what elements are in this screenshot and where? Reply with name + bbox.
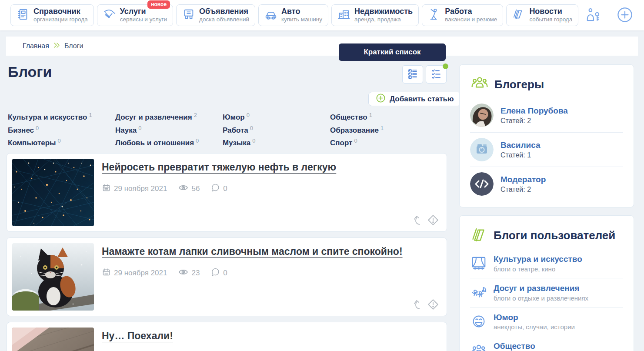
user-blogs-card: Блоги пользователей Культура и искусство… — [459, 215, 634, 351]
category-link[interactable]: Бизнес0 — [8, 125, 115, 136]
user-blog-desc: блоги о театре, кино — [494, 265, 582, 273]
newspaper-icon — [512, 8, 525, 23]
nav-title: Работа — [445, 7, 497, 16]
nav-title: Справочник — [33, 7, 88, 16]
user-blogs-title: Блоги пользователей — [494, 229, 615, 242]
view-tooltip: Краткий список — [339, 43, 446, 61]
short-list-view-button[interactable] — [426, 65, 447, 84]
post-title-link[interactable]: Нейросеть превратит тяжелую нефть в легк… — [102, 161, 336, 173]
blogger-name-link[interactable]: Василиса — [501, 140, 541, 150]
blogger-article-count: Статей: 2 — [501, 117, 568, 125]
share-button[interactable] — [412, 299, 422, 311]
add-button[interactable] — [616, 6, 634, 25]
user-blog-category[interactable]: Культура и искусство блоги о театре, кин… — [470, 249, 623, 278]
post-card: Ну… Поехали! 14 декабря 2018 254 0 — [7, 322, 447, 351]
nav-item-ads[interactable]: Объявлениядоска объявлений — [176, 4, 255, 26]
blogger-article-count: Статей: 1 — [501, 151, 541, 159]
category-link[interactable]: Работа0 — [223, 125, 330, 136]
leisure-icon — [470, 284, 487, 300]
user-blog-category[interactable]: Досуг и развлечения блоги о отдыхе и раз… — [470, 278, 623, 308]
worker-icon — [428, 8, 441, 23]
post-date: 29 ноября 2021 — [114, 269, 167, 277]
user-blog-title: Досуг и развлечения — [494, 284, 588, 294]
chevron-double-icon — [53, 42, 60, 50]
nav-subtitle: организации города — [33, 16, 88, 23]
directory-icon — [17, 8, 30, 23]
breadcrumb: Главная Блоги — [6, 37, 638, 56]
nav-item-jobs[interactable]: Работавакансии и резюме — [422, 4, 503, 26]
eye-icon — [178, 183, 188, 195]
breadcrumb-current: Блоги — [64, 42, 83, 50]
category-link[interactable]: Компьютеры0 — [8, 138, 115, 149]
category-link[interactable]: Музыка0 — [223, 138, 330, 149]
add-article-button[interactable]: Добавить статью — [368, 92, 461, 106]
category-link[interactable]: Культура и искусство1 — [8, 112, 115, 123]
curved-arrow-icon — [412, 214, 422, 227]
top-navigation: Справочникорганизации города новое Услуг… — [0, 0, 644, 30]
nav-item-directory[interactable]: Справочникорганизации города — [10, 4, 94, 26]
user-blog-category[interactable]: Общество политика, новости — [470, 336, 623, 351]
post-title-link[interactable]: Ну… Поехали! — [102, 330, 173, 341]
blogger-name-link[interactable]: Елена Порубова — [501, 106, 568, 115]
post-comments: 0 — [223, 269, 227, 277]
bloggers-card: Блогеры Елена Порубова Статей: 2 Василис… — [459, 64, 634, 207]
category-link[interactable]: Образование1 — [330, 125, 443, 136]
nav-subtitle: аренда, продажа — [354, 16, 413, 23]
billboard-icon — [182, 8, 195, 23]
post-title-link[interactable]: Намажте котам лапки сливочным маслом и с… — [102, 246, 403, 257]
blogs-page: { "header": { "nav": [ { "title": "Справ… — [0, 0, 644, 351]
category-count: 1 — [89, 112, 92, 118]
category-link[interactable]: Наука0 — [115, 125, 223, 136]
active-indicator-dot — [443, 64, 448, 69]
report-button[interactable] — [427, 299, 439, 311]
handshake-icon — [103, 8, 116, 23]
nav-subtitle: вакансии и резюме — [445, 16, 497, 23]
nav-subtitle: события города — [529, 16, 572, 23]
share-button[interactable] — [412, 214, 422, 227]
people-group-icon — [470, 341, 487, 351]
nav-title: Услуги — [120, 7, 167, 16]
category-link[interactable]: Спорт0 — [330, 138, 443, 149]
post-thumbnail-sofa-image[interactable] — [12, 328, 94, 351]
user-blog-desc: анекдоты, случаи, истории — [494, 323, 575, 331]
category-link[interactable]: Общество1 — [330, 112, 443, 123]
user-blog-desc: блоги о отдыхе и развлечениях — [494, 294, 588, 302]
nav-item-news[interactable]: Новостисобытия города — [506, 4, 578, 26]
category-filter-list: Культура и искусство1 Бизнес0 Компьютеры… — [8, 112, 443, 149]
nav-item-services[interactable]: новое Услугисервисы и услуги — [97, 4, 173, 26]
full-list-view-button[interactable] — [402, 65, 423, 84]
nav-subtitle: сервисы и услуги — [120, 16, 167, 23]
nav-item-auto[interactable]: Автокупить машину — [258, 4, 328, 26]
pages-green-icon — [470, 225, 488, 246]
breadcrumb-home-link[interactable]: Главная — [23, 42, 49, 50]
calendar-icon — [102, 267, 111, 279]
avatar[interactable] — [470, 138, 494, 161]
avatar[interactable] — [470, 172, 494, 196]
post-meta: 29 ноября 2021 23 0 — [102, 267, 403, 279]
user-blog-category[interactable]: Юмор анекдоты, случаи, истории — [470, 308, 623, 337]
user-blog-title: Культура и искусство — [494, 254, 582, 264]
report-button[interactable] — [427, 214, 439, 227]
post-views: 56 — [191, 184, 200, 193]
post-thumbnail-network-image[interactable] — [12, 159, 94, 226]
nav-title: Объявления — [199, 7, 249, 16]
header-actions — [585, 6, 634, 25]
avatar[interactable] — [470, 104, 494, 127]
blogger-name-link[interactable]: Модератор — [501, 175, 546, 184]
post-date: 29 ноября 2021 — [114, 184, 167, 193]
add-article-label: Добавить статью — [390, 95, 454, 104]
category-link[interactable]: Досуг и развлечения2 — [115, 112, 223, 123]
login-button[interactable] — [585, 7, 602, 23]
post-actions — [412, 299, 439, 311]
people-group-green-icon — [470, 74, 489, 95]
category-link[interactable]: Любовь и отношения0 — [115, 138, 223, 149]
category-link[interactable]: Юмор0 — [223, 112, 330, 123]
nav-item-realty[interactable]: Недвижимостьаренда, продажа — [331, 4, 419, 26]
plus-circle-green-icon — [376, 93, 386, 105]
smiley-icon — [470, 313, 487, 329]
post-thumbnail-cat-image[interactable] — [12, 243, 94, 311]
post-card: Намажте котам лапки сливочным маслом и с… — [7, 237, 447, 316]
comment-bubble-icon — [211, 267, 220, 279]
header-divider — [609, 7, 609, 23]
bloggers-title: Блогеры — [494, 78, 544, 91]
